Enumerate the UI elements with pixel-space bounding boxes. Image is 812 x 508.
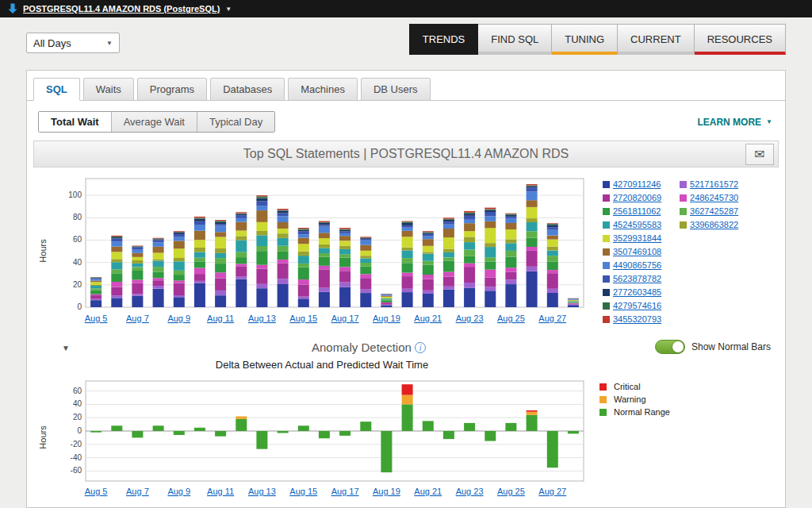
sql-bar-segment[interactable]	[505, 214, 516, 214]
sql-bar-segment[interactable]	[360, 274, 371, 278]
sql-bar-segment[interactable]	[194, 225, 205, 231]
subtab-typical-day[interactable]: Typical Day	[197, 112, 274, 132]
sql-bar-segment[interactable]	[360, 259, 371, 264]
sql-bar-segment[interactable]	[111, 298, 122, 307]
sql-bar-segment[interactable]	[319, 233, 330, 238]
sql-bar-segment[interactable]	[236, 231, 247, 237]
sql-bar-segment[interactable]	[298, 228, 309, 229]
anomaly-bar[interactable]	[319, 431, 330, 438]
sql-bar-segment[interactable]	[90, 288, 102, 290]
sql-bar-segment[interactable]	[402, 221, 413, 222]
sql-bar-segment[interactable]	[485, 287, 496, 291]
date-link[interactable]: Aug 9	[167, 314, 190, 323]
sql-bar-segment[interactable]	[423, 275, 434, 279]
sql-bar-segment[interactable]	[464, 242, 475, 249]
sql-bar-segment[interactable]	[256, 251, 267, 265]
sql-bar-segment[interactable]	[339, 287, 350, 307]
sql-bar-segment[interactable]	[464, 288, 475, 307]
date-link[interactable]: Aug 17	[331, 314, 359, 323]
sql-bar-segment[interactable]	[360, 239, 371, 241]
sql-bar-segment[interactable]	[153, 267, 164, 271]
date-link[interactable]: Aug 17	[331, 487, 359, 496]
sql-bar-segment[interactable]	[90, 281, 102, 283]
anomaly-bar[interactable]	[194, 428, 205, 431]
sql-bar-segment[interactable]	[90, 282, 102, 284]
sql-bar-segment[interactable]	[298, 267, 309, 279]
sql-bar-segment[interactable]	[527, 251, 538, 267]
sql-bar-segment[interactable]	[132, 249, 143, 253]
sql-bar-segment[interactable]	[339, 233, 350, 236]
sql-bar-segment[interactable]	[464, 256, 475, 264]
sql-bar-segment[interactable]	[423, 291, 434, 294]
anomaly-bar[interactable]	[527, 410, 538, 412]
sql-bar-segment[interactable]	[236, 222, 247, 231]
sql-bar-segment[interactable]	[485, 291, 496, 307]
sql-bar-segment[interactable]	[215, 232, 226, 237]
sql-bar-segment[interactable]	[381, 305, 392, 306]
nav-tab-current[interactable]: CURRENT	[618, 24, 695, 55]
sql-id-link[interactable]: 2772603485	[613, 287, 661, 297]
sql-bar-segment[interactable]	[194, 281, 205, 283]
sql-bar-segment[interactable]	[527, 191, 538, 200]
sql-bar-segment[interactable]	[423, 294, 434, 307]
sql-bar-segment[interactable]	[568, 300, 579, 301]
sql-bar-segment[interactable]	[236, 236, 247, 240]
sql-bar-segment[interactable]	[402, 258, 413, 263]
sql-bar-segment[interactable]	[464, 267, 475, 283]
sql-bar-segment[interactable]	[464, 264, 475, 267]
sql-bar-segment[interactable]	[153, 240, 164, 242]
sql-bar-segment[interactable]	[256, 231, 267, 235]
sql-bar-segment[interactable]	[319, 253, 330, 257]
sql-bar-segment[interactable]	[505, 251, 516, 257]
date-link[interactable]: Aug 15	[289, 314, 317, 323]
sql-bar-segment[interactable]	[298, 264, 309, 267]
sql-bar-segment[interactable]	[319, 225, 330, 226]
sql-bar-segment[interactable]	[90, 294, 102, 295]
sql-bar-segment[interactable]	[174, 241, 185, 248]
sql-bar-segment[interactable]	[215, 248, 226, 253]
anomaly-bar[interactable]	[256, 431, 267, 449]
sql-bar-segment[interactable]	[90, 295, 102, 299]
sql-bar-segment[interactable]	[298, 232, 309, 235]
sql-bar-segment[interactable]	[485, 247, 496, 257]
sql-id-link[interactable]: 4524595583	[613, 220, 661, 229]
sql-bar-segment[interactable]	[464, 220, 475, 223]
sql-bar-segment[interactable]	[568, 301, 579, 302]
sql-bar-segment[interactable]	[443, 249, 454, 252]
sql-bar-segment[interactable]	[194, 240, 205, 248]
sql-bar-segment[interactable]	[443, 277, 454, 287]
sql-bar-segment[interactable]	[278, 209, 289, 210]
sql-bar-segment[interactable]	[236, 257, 247, 264]
sql-bar-segment[interactable]	[278, 238, 289, 246]
sql-bar-segment[interactable]	[464, 216, 475, 220]
anomaly-bar[interactable]	[381, 431, 392, 472]
sql-bar-segment[interactable]	[443, 287, 454, 290]
sql-bar-segment[interactable]	[298, 244, 309, 251]
date-link[interactable]: Aug 7	[126, 487, 149, 496]
sql-bar-segment[interactable]	[278, 213, 289, 216]
sql-bar-segment[interactable]	[464, 223, 475, 231]
sql-bar-segment[interactable]	[194, 221, 205, 225]
sql-bar-segment[interactable]	[360, 241, 371, 245]
sql-bar-segment[interactable]	[505, 243, 516, 251]
date-link[interactable]: Aug 11	[207, 314, 234, 323]
sql-bar-segment[interactable]	[505, 217, 516, 218]
sql-bar-segment[interactable]	[111, 239, 122, 242]
sql-bar-segment[interactable]	[298, 238, 309, 244]
sql-id-link[interactable]: 5623878782	[613, 274, 661, 283]
sql-bar-segment[interactable]	[339, 271, 350, 282]
sql-bar-segment[interactable]	[547, 251, 558, 256]
sql-bar-segment[interactable]	[194, 252, 205, 258]
nav-tab-find-sql[interactable]: FIND SQL	[478, 24, 552, 55]
sql-bar-segment[interactable]	[443, 272, 454, 277]
tab-db-users[interactable]: DB Users	[361, 78, 431, 101]
sql-bar-segment[interactable]	[236, 214, 247, 214]
sql-bar-segment[interactable]	[568, 299, 579, 300]
sql-bar-segment[interactable]	[547, 225, 558, 227]
sql-bar-segment[interactable]	[339, 267, 350, 271]
sql-id-link[interactable]: 4490865756	[613, 260, 661, 270]
sql-bar-segment[interactable]	[464, 214, 475, 216]
sql-bar-segment[interactable]	[360, 251, 371, 256]
sql-bar-segment[interactable]	[464, 231, 475, 237]
sql-bar-segment[interactable]	[111, 295, 122, 298]
